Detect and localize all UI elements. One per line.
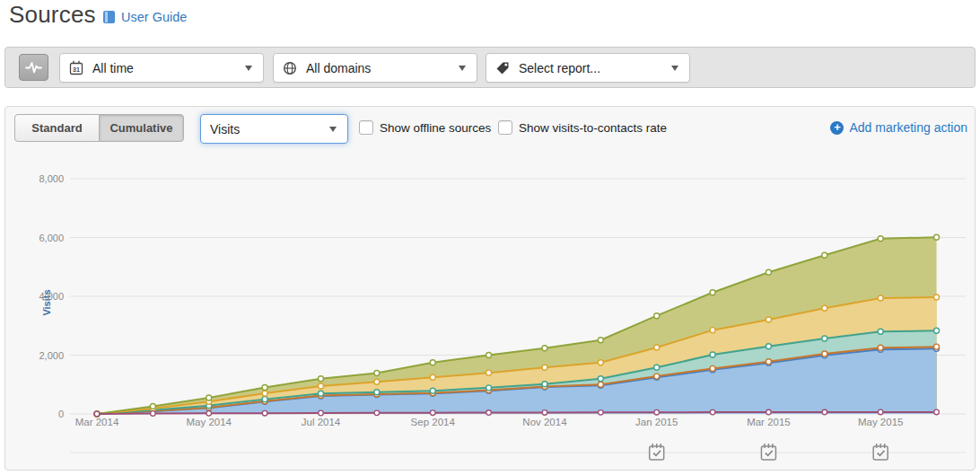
data-point-marker[interactable]	[430, 388, 435, 393]
data-point-marker[interactable]	[766, 269, 771, 275]
data-point-marker[interactable]	[654, 374, 660, 379]
data-point-marker[interactable]	[878, 295, 883, 301]
data-point-marker[interactable]	[430, 360, 435, 365]
marketing-action-calendar-icon[interactable]	[650, 444, 664, 460]
data-point-marker[interactable]	[878, 329, 883, 334]
data-point-marker[interactable]	[598, 360, 603, 365]
data-point-marker[interactable]	[150, 403, 155, 409]
data-point-marker[interactable]	[878, 409, 883, 415]
data-point-marker[interactable]	[710, 328, 715, 333]
data-point-marker[interactable]	[710, 352, 715, 357]
data-point-marker[interactable]	[766, 317, 771, 322]
user-guide-link[interactable]: User Guide	[103, 10, 187, 24]
data-point-marker[interactable]	[878, 236, 883, 242]
data-point-marker[interactable]	[318, 383, 323, 389]
standard-toggle-button[interactable]: Standard	[14, 114, 100, 142]
data-point-marker[interactable]	[262, 410, 267, 416]
metric-select-value: Visits	[210, 122, 240, 136]
data-point-marker[interactable]	[486, 410, 492, 416]
data-point-marker[interactable]	[542, 365, 547, 370]
domain-filter-dropdown[interactable]: All domains	[273, 53, 477, 83]
marketing-action-calendar-icon[interactable]	[761, 444, 775, 460]
data-point-marker[interactable]	[598, 382, 603, 387]
time-filter-value: All time	[92, 61, 134, 75]
show-visits-to-contacts-checkbox[interactable]: Show visits-to-contacts rate	[498, 120, 667, 135]
metric-select-dropdown[interactable]: Visits	[200, 114, 348, 144]
data-point-marker[interactable]	[766, 344, 771, 349]
marketing-action-calendar-icon[interactable]	[873, 444, 888, 460]
data-point-marker[interactable]	[486, 385, 492, 391]
checkbox-box	[359, 120, 373, 135]
data-point-marker[interactable]	[374, 379, 380, 384]
data-point-marker[interactable]	[822, 409, 827, 415]
data-point-marker[interactable]	[542, 346, 547, 351]
data-point-marker[interactable]	[262, 385, 267, 391]
show-offline-sources-checkbox[interactable]: Show offline sources	[359, 120, 491, 135]
x-axis-label: May 2014	[186, 417, 232, 427]
data-point-marker[interactable]	[822, 252, 827, 258]
y-axis-label: 6,000	[39, 233, 64, 243]
chevron-down-icon	[329, 127, 337, 132]
add-marketing-action-label: Add marketing action	[849, 120, 967, 135]
data-point-marker[interactable]	[822, 336, 827, 341]
filter-bar: 31 All time All domains	[4, 47, 976, 88]
data-point-marker[interactable]	[430, 410, 435, 416]
y-axis-label: 2,000	[39, 350, 64, 361]
data-point-marker[interactable]	[94, 411, 100, 417]
data-point-marker[interactable]	[934, 295, 940, 300]
data-point-marker[interactable]	[151, 411, 156, 417]
add-marketing-action-link[interactable]: + Add marketing action	[830, 120, 967, 135]
page-title: Sources	[9, 1, 96, 29]
data-point-marker[interactable]	[318, 376, 323, 382]
data-point-marker[interactable]	[318, 391, 323, 396]
report-filter-dropdown[interactable]: Select report...	[486, 53, 690, 83]
x-axis-label: Mar 2014	[75, 417, 119, 427]
data-point-marker[interactable]	[598, 338, 603, 343]
x-axis-label: Nov 2014	[522, 417, 567, 427]
data-point-marker[interactable]	[654, 345, 660, 350]
data-point-marker[interactable]	[654, 313, 660, 319]
data-point-marker[interactable]	[206, 395, 212, 400]
visits-area-chart[interactable]: 02,0004,0006,0008,000Mar 2014May 2014Jul…	[6, 149, 976, 470]
data-point-marker[interactable]	[878, 345, 883, 350]
cumulative-toggle-button[interactable]: Cumulative	[99, 114, 184, 142]
chevron-down-icon	[245, 66, 252, 71]
view-mode-toggle: Standard Cumulative	[14, 114, 184, 142]
data-point-marker[interactable]	[486, 370, 492, 375]
data-point-marker[interactable]	[374, 410, 380, 416]
data-point-marker[interactable]	[542, 382, 547, 387]
time-filter-dropdown[interactable]: 31 All time	[59, 53, 264, 83]
data-point-marker[interactable]	[822, 351, 827, 356]
data-point-marker[interactable]	[710, 365, 715, 371]
data-point-marker[interactable]	[766, 409, 772, 415]
y-axis-label: 0	[58, 409, 64, 419]
data-point-marker[interactable]	[262, 397, 267, 402]
data-point-marker[interactable]	[319, 410, 324, 416]
calendar-icon: 31	[69, 60, 83, 75]
data-point-marker[interactable]	[654, 365, 660, 370]
data-point-marker[interactable]	[934, 234, 940, 240]
analytics-pulse-button[interactable]	[19, 54, 48, 81]
data-point-marker[interactable]	[374, 370, 380, 375]
data-point-marker[interactable]	[374, 390, 380, 395]
data-point-marker[interactable]	[598, 376, 603, 382]
tag-icon	[495, 61, 510, 75]
data-point-marker[interactable]	[710, 290, 715, 295]
data-point-marker[interactable]	[542, 410, 547, 416]
globe-icon	[283, 61, 297, 75]
chevron-down-icon	[459, 66, 466, 71]
data-point-marker[interactable]	[710, 409, 715, 415]
data-point-marker[interactable]	[654, 409, 660, 415]
data-point-marker[interactable]	[599, 410, 604, 416]
data-point-marker[interactable]	[262, 391, 267, 396]
data-point-marker[interactable]	[766, 359, 771, 365]
pulse-icon	[25, 60, 42, 75]
data-point-marker[interactable]	[934, 328, 940, 333]
data-point-marker[interactable]	[822, 305, 827, 311]
data-point-marker[interactable]	[430, 374, 435, 380]
data-point-marker[interactable]	[486, 353, 492, 358]
data-point-marker[interactable]	[934, 344, 940, 349]
data-point-marker[interactable]	[934, 409, 940, 415]
data-point-marker[interactable]	[206, 411, 212, 417]
x-axis-label: Sep 2014	[411, 417, 456, 427]
